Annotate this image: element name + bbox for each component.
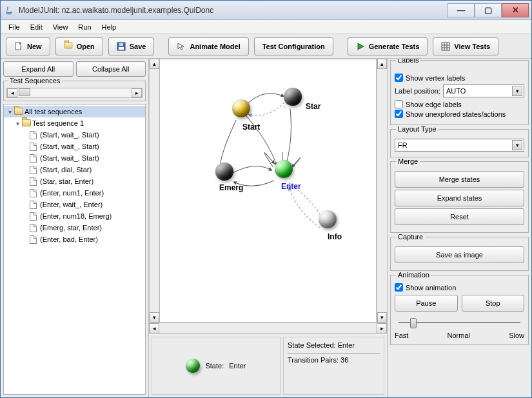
view-tests-button[interactable]: View Tests [433,37,498,55]
stop-button[interactable]: Stop [462,295,525,312]
graph-hscroll[interactable]: ◂▸ [149,323,387,333]
node-star-label: Star [306,102,320,111]
new-label: New [27,43,42,50]
save-button[interactable]: Save [108,37,155,55]
tree-seq-label: Test sequence 1 [32,119,84,127]
tree-step[interactable]: (Enter, num18, Emerg) [4,210,145,222]
close-button[interactable]: ✕ [502,3,529,17]
test-sequences-fieldset: Test Sequences ◂ ▸ [3,81,146,101]
save-label: Save [130,43,146,50]
svg-rect-4 [442,43,449,50]
transition-pairs-text: Transition Pairs: 36 [288,356,380,364]
tree-step-label: (Enter, wait_, Enter) [40,201,103,208]
open-icon [64,42,73,51]
show-edge-label: Show edge labels [406,101,462,108]
animate-model-button[interactable]: Animate Model [168,37,248,55]
left-panel: Expand All Collapse All Test Sequences ◂… [1,59,149,397]
label-position-label: Label position: [395,87,440,95]
save-as-image-button[interactable]: Save as image [395,246,524,263]
sequence-scroller[interactable]: ◂ ▸ [6,88,143,98]
tree-step-label: (Emerg, star, Enter) [40,224,102,232]
tree-step[interactable]: (Start, wait_, Start) [4,141,145,152]
generate-tests-button[interactable]: Generate Tests [348,37,428,55]
animation-fieldset: Animation Show animation Pause Stop Fast… [390,275,529,345]
node-emerg[interactable] [215,163,233,181]
tree-step[interactable]: (Emerg, star, Enter) [4,222,145,234]
tree-sequence[interactable]: ▾Test sequence 1 [4,117,145,129]
tree-step[interactable]: (Start, wait_, Start) [4,152,145,164]
scroll-right-arrow[interactable]: ▸ [132,88,142,97]
tree-root-label: All test sequences [25,108,82,115]
speed-slider[interactable] [395,316,524,329]
node-info-label: Info [328,232,342,241]
menu-file[interactable]: File [3,21,25,33]
show-animation-label: Show animation [406,284,456,292]
svg-rect-2 [119,47,124,50]
window-title: ModelJUnit: nz.ac.waikato.modeljunit.exa… [19,6,448,15]
node-star[interactable] [284,88,302,106]
pause-button[interactable]: Pause [395,295,458,312]
menu-edit[interactable]: Edit [25,21,48,33]
collapse-all-button[interactable]: Collapse All [76,61,146,77]
open-button[interactable]: Open [55,37,103,55]
test-sequences-legend: Test Sequences [8,77,62,85]
tree-step[interactable]: (Enter, num1, Enter) [4,187,145,199]
tree-step[interactable]: (Start, dial, Star) [4,164,145,175]
layout-type-combo[interactable]: FR▾ [395,139,524,152]
expand-states-button[interactable]: Expand states [395,190,524,206]
layout-value: FR [398,141,408,149]
slider-slow-label: Slow [509,332,524,339]
slider-thumb[interactable] [410,318,417,328]
menu-view[interactable]: View [48,21,74,33]
node-start-label: Start [242,123,260,132]
expand-all-button[interactable]: Expand All [3,61,74,77]
show-unexplored-checkbox[interactable] [395,110,403,118]
main-content: Expand All Collapse All Test Sequences ◂… [1,59,531,397]
tree-step[interactable]: (Enter, bad, Enter) [4,234,145,245]
status-state-value: Enter [229,362,246,370]
state-selected-text: State Selected: Enter [288,341,380,349]
capture-legend: Capture [396,233,425,241]
tree-step-label: (Start, wait_, Start) [40,143,99,150]
show-edge-checkbox[interactable] [395,100,403,108]
graph-vscroll-left[interactable]: ▴▾ [149,59,159,323]
node-emerg-label: Emerg [219,183,243,192]
graph-vscroll-right[interactable]: ▴▾ [377,59,387,323]
merge-states-button[interactable]: Merge states [395,171,524,188]
maximize-button[interactable]: ▢ [475,3,502,17]
java-icon [3,5,15,16]
test-configuration-button[interactable]: Test Configuration [254,37,333,55]
label-position-combo[interactable]: AUTO▾ [443,85,524,97]
menu-run[interactable]: Run [73,21,96,33]
menu-help[interactable]: Help [97,21,122,33]
tree-step-label: (Enter, num18, Emerg) [40,212,112,220]
new-button[interactable]: New [6,37,50,55]
generate-label: Generate Tests [369,43,420,50]
capture-fieldset: Capture Save as image [390,237,529,271]
animate-label: Animate Model [190,43,240,50]
app-window: ModelJUnit: nz.ac.waikato.modeljunit.exa… [0,0,532,398]
reset-button[interactable]: Reset [395,208,524,225]
node-info[interactable] [319,210,337,228]
show-unexplored-label: Show unexplored states/actions [406,110,506,118]
label-position-value: AUTO [446,87,466,95]
scroll-left-arrow[interactable]: ◂ [7,88,17,97]
tree-root[interactable]: ▾All test sequences [4,106,145,117]
svg-rect-3 [119,43,123,46]
show-animation-checkbox[interactable] [395,283,403,292]
slider-fast-label: Fast [395,332,408,339]
show-vertex-label: Show vertex labels [406,74,465,82]
scroll-thumb[interactable] [19,88,30,96]
minimize-button[interactable]: — [448,3,475,17]
show-vertex-checkbox[interactable] [395,74,403,82]
node-start[interactable] [232,99,250,117]
tree-step[interactable]: (Star, star, Enter) [4,175,145,187]
tree-step-label: (Start, wait_, Start) [40,154,99,162]
right-panel: Labels Show vertex labels Label position… [387,59,531,397]
labels-fieldset: Labels Show vertex labels Label position… [390,60,529,125]
sequence-tree: ▾All test sequences ▾Test sequence 1 (St… [3,104,146,395]
node-enter[interactable] [275,160,293,178]
graph-canvas[interactable]: Start Star Emerg Enter Info [159,59,377,323]
tree-step[interactable]: (Start, wait_, Start) [4,129,145,141]
tree-step[interactable]: (Enter, wait_, Enter) [4,199,145,210]
